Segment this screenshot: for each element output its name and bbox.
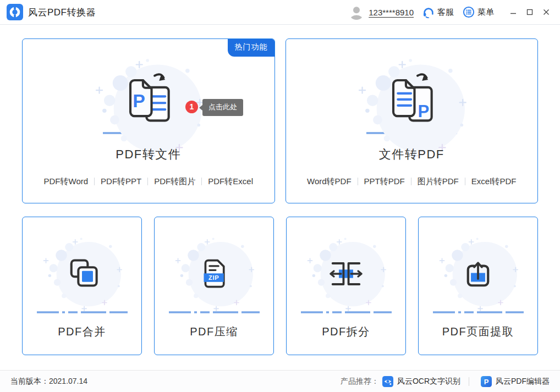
svg-text:P: P: [133, 91, 145, 112]
menu-icon: [463, 6, 475, 18]
pdf-compress-icon: ZIP: [194, 253, 234, 294]
feature-excel-to-pdf[interactable]: Excel转PDF: [471, 176, 517, 186]
dash-underline: [366, 132, 457, 134]
window-controls: [505, 4, 554, 20]
pdf-editor-product-icon: P: [481, 376, 492, 387]
product-link-ocr[interactable]: 风云OCR文字识别: [382, 376, 460, 387]
card-sub-features: PDF转WordPDF转PPTPDF转图片PDF转Excel: [23, 176, 274, 187]
feature-image-to-pdf[interactable]: 图片转PDF: [418, 176, 459, 186]
title-bar: 风云PDF转换器 123****8910 客服 菜单: [0, 0, 560, 25]
account-phone-link[interactable]: 123****8910: [369, 8, 414, 17]
app-title: 风云PDF转换器: [28, 6, 96, 19]
svg-text:ZIP: ZIP: [208, 274, 219, 281]
separator: [147, 178, 148, 185]
feature-pdf-to-excel[interactable]: PDF转Excel: [208, 176, 253, 186]
minimize-icon: [510, 9, 517, 15]
maximize-button[interactable]: [521, 4, 538, 20]
dash-underline: [301, 311, 392, 313]
footer-divider: [469, 377, 469, 386]
ocr-product-icon: [382, 376, 393, 387]
close-button[interactable]: [538, 4, 554, 20]
card-pdf-compress[interactable]: ZIP PDF压缩: [154, 217, 274, 355]
card-title-file-to-pdf: 文件转PDF: [286, 146, 538, 163]
maximize-icon: [526, 9, 533, 15]
customer-service-button[interactable]: 客服: [422, 6, 454, 18]
card-file-to-pdf[interactable]: P 文件转PDF Word转PDFPPT转PDF图片转PDFExcel转PDF: [286, 38, 539, 203]
dash-underline: [103, 132, 194, 134]
dash-underline: [37, 311, 128, 313]
click-here-tooltip: 点击此处: [202, 99, 243, 116]
product-ocr-label: 风云OCR文字识别: [397, 377, 460, 387]
pdf-merge-icon: [62, 253, 102, 294]
app-logo-icon: [7, 4, 23, 20]
svg-text:P: P: [484, 378, 489, 386]
menu-button[interactable]: 菜单: [463, 6, 494, 18]
card-pdf-split[interactable]: PDF拆分: [286, 217, 406, 355]
feature-ppt-to-pdf[interactable]: PPT转PDF: [364, 176, 405, 186]
minimize-button[interactable]: [505, 4, 521, 20]
version-text: 当前版本：2021.07.14: [10, 377, 87, 387]
card-title-pdf-compress: PDF压缩: [155, 324, 273, 339]
status-bar: 当前版本：2021.07.14 产品推荐： 风云OCR文字识别 P 风云PDF编…: [0, 370, 560, 392]
card-title-pdf-to-file: PDF转文件: [23, 146, 274, 163]
svg-text:P: P: [418, 102, 430, 121]
notification-badge: 1: [185, 101, 198, 113]
feature-pdf-to-ppt[interactable]: PDF转PPT: [101, 176, 141, 186]
separator: [201, 178, 202, 185]
headset-icon: [422, 6, 435, 18]
separator: [465, 178, 465, 185]
separator: [411, 178, 411, 185]
card-pdf-extract[interactable]: PDF页面提取: [418, 217, 538, 355]
close-icon: [543, 9, 550, 15]
card-title-pdf-extract: PDF页面提取: [419, 324, 537, 339]
separator: [358, 178, 358, 185]
feature-pdf-to-word[interactable]: PDF转Word: [44, 176, 89, 186]
separator: [94, 178, 95, 185]
card-title-pdf-merge: PDF合并: [23, 324, 141, 339]
feature-word-to-pdf[interactable]: Word转PDF: [307, 176, 352, 186]
card-title-pdf-split: PDF拆分: [287, 324, 405, 339]
pdf-split-icon: [325, 253, 367, 295]
card-pdf-to-file[interactable]: 热门功能 P 1 点击此处 PDF转文件: [22, 38, 275, 203]
recommend-label: 产品推荐：: [341, 377, 379, 387]
feature-pdf-to-image[interactable]: PDF转图片: [154, 176, 195, 186]
pdf-to-file-icon: P: [118, 69, 179, 128]
dash-underline: [169, 311, 260, 313]
product-link-pdf-editor[interactable]: P 风云PDF编辑器: [481, 376, 550, 387]
file-to-pdf-icon: P: [381, 69, 442, 128]
menu-label: 菜单: [477, 7, 494, 18]
user-avatar[interactable]: [349, 4, 364, 20]
dash-underline: [433, 311, 524, 313]
card-sub-features: Word转PDFPPT转PDF图片转PDFExcel转PDF: [286, 176, 538, 187]
hot-feature-badge: 热门功能: [228, 38, 275, 57]
customer-service-label: 客服: [437, 7, 454, 18]
pdf-extract-icon: [457, 253, 499, 295]
main-content: 热门功能 P 1 点击此处 PDF转文件: [0, 25, 560, 355]
card-pdf-merge[interactable]: PDF合并: [22, 217, 142, 355]
product-editor-label: 风云PDF编辑器: [496, 377, 550, 387]
